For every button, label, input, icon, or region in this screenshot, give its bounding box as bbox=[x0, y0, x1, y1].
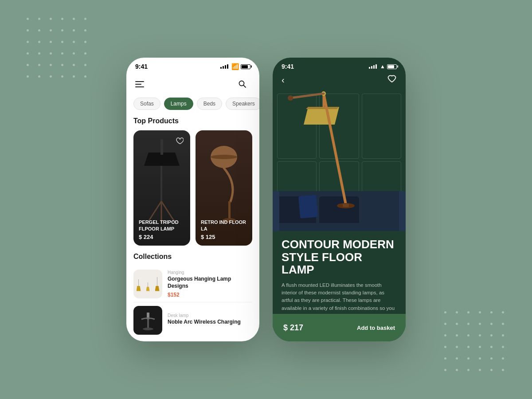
decorative-dots-bottom-right bbox=[444, 311, 505, 372]
collection-name-2: Noble Arc Wireless Charging bbox=[168, 319, 252, 326]
collections-section: Collections bbox=[126, 246, 259, 338]
product-info-2: RETRO IND FLOOR LA $ 125 bbox=[201, 219, 247, 240]
menu-button[interactable] bbox=[135, 81, 144, 87]
svg-marker-15 bbox=[304, 107, 339, 125]
status-bar-right: 9:41 ▲ bbox=[273, 58, 406, 73]
search-button[interactable] bbox=[235, 76, 250, 92]
battery-icon bbox=[241, 64, 250, 69]
category-sofas[interactable]: Sofas bbox=[133, 98, 160, 110]
battery-icon-right bbox=[387, 64, 397, 69]
collection-name-1: Gorgeous Hanging Lamp Designs bbox=[168, 276, 252, 289]
svg-line-20 bbox=[290, 94, 324, 98]
favorite-button-1[interactable] bbox=[173, 135, 186, 147]
favorite-button-right[interactable] bbox=[387, 74, 397, 86]
collection-price-1: $152 bbox=[168, 292, 252, 298]
product-hero-image bbox=[273, 89, 406, 231]
status-bar-left: 9:41 📶 bbox=[126, 58, 259, 73]
svg-point-9 bbox=[211, 155, 237, 159]
product-name-2: RETRO IND FLOOR LA bbox=[201, 219, 247, 232]
collection-info-2: Desk lamp Noble Arc Wireless Charging bbox=[168, 313, 252, 328]
price-right: $ 217 bbox=[283, 323, 303, 332]
phones-container: 9:41 📶 bbox=[126, 58, 406, 341]
svg-rect-13 bbox=[147, 319, 149, 328]
wifi-icon-right: ▲ bbox=[380, 63, 385, 70]
category-filters: Sofas Lamps Beds Speakers Table bbox=[126, 98, 259, 117]
product-info-1: PERGEL TRIPOD FLPOOR LAMP $ 224 bbox=[139, 219, 185, 240]
products-row: PERGEL TRIPOD FLPOOR LAMP $ 224 bbox=[126, 130, 259, 246]
category-speakers[interactable]: Speakers bbox=[226, 98, 259, 110]
svg-marker-16 bbox=[306, 107, 339, 109]
collection-info-1: Hanging Gorgeous Hanging Lamp Designs $1… bbox=[168, 270, 252, 297]
category-lamps[interactable]: Lamps bbox=[164, 98, 193, 110]
purchase-bar: $ 217 Add to basket bbox=[273, 314, 406, 341]
collection-thumb-1 bbox=[133, 270, 162, 298]
svg-rect-4 bbox=[160, 166, 162, 201]
collection-item-2[interactable]: Desk lamp Noble Arc Wireless Charging bbox=[133, 302, 252, 338]
signal-icon bbox=[220, 64, 228, 69]
status-icons-left: 📶 bbox=[220, 63, 250, 70]
top-products-title: Top Products bbox=[126, 117, 259, 130]
collection-thumb-2 bbox=[133, 306, 162, 335]
right-phone: 9:41 ▲ ‹ bbox=[273, 58, 406, 341]
product-price-1: $ 224 bbox=[139, 234, 185, 240]
time-right: 9:41 bbox=[282, 63, 294, 70]
product-card-2[interactable]: RETRO IND FLOOR LA $ 125 bbox=[196, 130, 252, 246]
collection-item-1[interactable]: Hanging Gorgeous Hanging Lamp Designs $1… bbox=[133, 266, 252, 302]
wifi-icon: 📶 bbox=[231, 63, 239, 70]
product-card-1[interactable]: PERGEL TRIPOD FLPOOR LAMP $ 224 bbox=[133, 130, 190, 246]
svg-rect-10 bbox=[228, 201, 231, 219]
svg-point-21 bbox=[288, 95, 293, 101]
svg-rect-3 bbox=[160, 139, 163, 155]
right-phone-header: ‹ bbox=[273, 73, 406, 89]
signal-icon-right bbox=[369, 64, 377, 69]
phone-header bbox=[126, 73, 259, 98]
svg-rect-23 bbox=[343, 203, 349, 207]
status-icons-right: ▲ bbox=[369, 63, 397, 70]
collections-title: Collections bbox=[133, 253, 252, 266]
svg-point-14 bbox=[143, 328, 153, 330]
product-name-1: PERGEL TRIPOD FLPOOR LAMP bbox=[139, 219, 185, 232]
time-left: 9:41 bbox=[135, 63, 148, 70]
svg-line-7 bbox=[161, 201, 174, 221]
collection-category-2: Desk lamp bbox=[168, 313, 252, 318]
svg-line-5 bbox=[149, 201, 161, 221]
category-beds[interactable]: Beds bbox=[197, 98, 222, 110]
product-price-2: $ 125 bbox=[201, 234, 247, 240]
decorative-dots-top-left bbox=[27, 18, 88, 79]
left-phone: 9:41 📶 bbox=[126, 58, 259, 341]
collection-category-1: Hanging bbox=[168, 270, 252, 275]
add-to-basket-button[interactable]: Add to basket bbox=[357, 325, 395, 331]
svg-line-1 bbox=[243, 85, 246, 87]
product-title-right: CONTOUR MODERN STYLE FLOOR LAMP bbox=[282, 238, 397, 276]
back-button[interactable]: ‹ bbox=[282, 75, 285, 85]
